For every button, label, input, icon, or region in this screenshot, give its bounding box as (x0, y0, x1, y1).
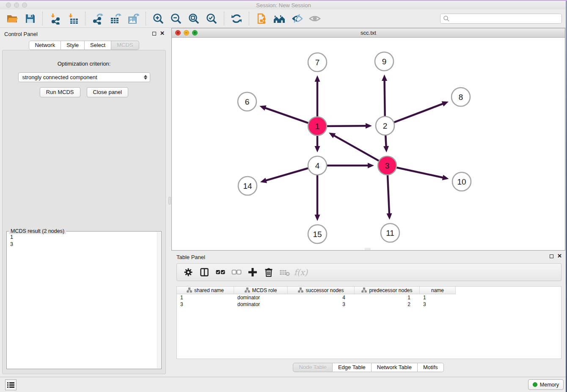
graph-edge-2-8[interactable] (392, 101, 449, 123)
mcds-result-line[interactable]: 3 (10, 241, 157, 248)
zoom-fit-icon (188, 13, 200, 25)
table-cell[interactable]: 1 (355, 294, 420, 301)
graph-node-3[interactable]: 3 (378, 156, 396, 175)
table-cell[interactable]: 3 (420, 301, 456, 308)
tab-edge-table[interactable]: Edge Table (333, 363, 372, 372)
function-builder-button[interactable]: f(x) (294, 265, 308, 279)
export-network-button[interactable] (89, 11, 107, 27)
graph-edge-2-9[interactable] (382, 75, 387, 118)
graph-node-1[interactable]: 1 (308, 117, 327, 135)
graph-node-2[interactable]: 2 (376, 116, 394, 135)
checked-boxes-icon (215, 268, 226, 277)
column-header-shared-name[interactable]: shared name (177, 287, 234, 294)
panel-splitter[interactable] (168, 28, 171, 377)
graph-edge-3-1[interactable] (329, 133, 380, 162)
show-columns-button[interactable] (197, 265, 212, 279)
graph-node-11[interactable]: 11 (381, 224, 399, 242)
tab-select[interactable]: Select (85, 41, 111, 50)
mcds-result-scrollbar[interactable] (157, 232, 161, 368)
column-header-name[interactable]: name (420, 287, 456, 294)
mcds-tab-content: Optimization criterion: strongly connect… (2, 50, 166, 374)
graph-node-4[interactable]: 4 (308, 156, 327, 175)
float-table-panel-icon[interactable] (550, 254, 553, 258)
import-table-button[interactable] (64, 11, 82, 27)
zoom-fit-button[interactable] (185, 11, 203, 27)
tab-motifs[interactable]: Motifs (418, 363, 444, 372)
graph-edge-3-10[interactable] (395, 167, 449, 180)
fx-icon: f(x) (294, 268, 308, 277)
table-cell[interactable]: dominator (234, 301, 288, 308)
tab-style[interactable]: Style (61, 41, 85, 50)
table-cell[interactable]: 4 (288, 294, 355, 301)
graph-edge-2-3[interactable] (383, 133, 389, 152)
optimization-criterion-label: Optimization criterion: (3, 61, 165, 67)
graph-edge-1-4[interactable] (315, 134, 320, 152)
home-layout-button[interactable] (270, 11, 288, 27)
eye-disabled-button[interactable] (306, 11, 324, 27)
zoom-in-button[interactable] (149, 11, 167, 27)
graph-edge-4-15[interactable] (315, 173, 320, 221)
toggle-visibility-button[interactable] (288, 11, 306, 27)
network-resize-grip[interactable] (365, 248, 371, 250)
graph-edge-4-14[interactable] (260, 168, 310, 183)
table-cell[interactable]: 3 (177, 301, 234, 308)
graph-node-8[interactable]: 8 (451, 88, 470, 106)
graph-edge-4-3[interactable] (325, 163, 374, 168)
network-canvas[interactable]: 7968124314101511 (172, 38, 565, 250)
network-window-titlebar[interactable]: × − + scc.txt (172, 28, 565, 38)
deselect-all-button[interactable] (229, 265, 244, 279)
table-row[interactable]: 1dominator411 (177, 294, 561, 301)
close-panel-button[interactable]: Close panel (87, 87, 129, 97)
delete-table-button[interactable] (278, 265, 292, 279)
table-cell[interactable]: 1 (177, 294, 234, 301)
table-cell[interactable]: dominator (234, 294, 288, 301)
mcds-result-list[interactable]: 13 (7, 232, 157, 368)
run-mcds-button[interactable]: Run MCDS (40, 87, 80, 97)
tab-mcds[interactable]: MCDS (111, 41, 139, 50)
table-cell[interactable]: 2 (355, 301, 420, 308)
add-column-button[interactable] (245, 265, 260, 279)
table-cell[interactable]: 1 (420, 294, 456, 301)
graph-edge-1-2[interactable] (325, 123, 372, 129)
graph-node-15[interactable]: 15 (308, 225, 327, 243)
graph-node-14[interactable]: 14 (238, 177, 257, 195)
new-network-from-file-button[interactable] (253, 11, 270, 27)
save-session-button[interactable] (21, 11, 39, 27)
criterion-dropdown[interactable]: strongly connected component (18, 72, 150, 82)
export-image-button[interactable] (124, 11, 142, 27)
graph-node-label: 14 (243, 182, 252, 190)
close-panel-icon[interactable]: ✕ (160, 31, 165, 36)
memory-button[interactable]: Memory (528, 379, 564, 390)
tab-network[interactable]: Network (29, 41, 61, 50)
zoom-selected-button[interactable] (203, 11, 220, 27)
tab-network-table[interactable]: Network Table (372, 363, 418, 372)
column-header-predecessor-nodes[interactable]: predecessor nodes (355, 287, 420, 294)
graph-edge-1-7[interactable] (315, 75, 320, 119)
graph-node-6[interactable]: 6 (238, 92, 256, 111)
mcds-result-line[interactable]: 1 (10, 234, 157, 241)
tab-node-table[interactable]: Node Table (293, 363, 333, 372)
float-panel-icon[interactable] (152, 32, 156, 36)
column-header-successor-nodes[interactable]: successor nodes (288, 287, 355, 294)
delete-column-button[interactable] (261, 265, 276, 279)
splitter-grip[interactable] (168, 197, 171, 204)
table-settings-button[interactable] (181, 265, 195, 279)
open-session-button[interactable] (3, 11, 21, 27)
export-image-icon (127, 13, 139, 25)
graph-node-7[interactable]: 7 (308, 53, 327, 72)
table-cell[interactable]: 3 (288, 301, 355, 308)
show-panels-button[interactable] (5, 379, 17, 390)
table-row[interactable]: 3dominator323 (177, 301, 561, 308)
zoom-out-button[interactable] (167, 11, 185, 27)
select-all-button[interactable] (213, 265, 228, 279)
export-table-button[interactable] (107, 11, 124, 27)
close-table-panel-icon[interactable]: ✕ (557, 254, 562, 259)
graph-edge-1-6[interactable] (259, 105, 310, 124)
graph-node-10[interactable]: 10 (452, 172, 471, 191)
refresh-button[interactable] (228, 11, 245, 27)
graph-edge-3-11[interactable] (386, 173, 392, 220)
search-input[interactable] (440, 14, 562, 24)
column-header-MCDS-role[interactable]: MCDS role (234, 287, 288, 294)
import-network-button[interactable] (46, 11, 64, 27)
graph-node-9[interactable]: 9 (375, 52, 394, 71)
